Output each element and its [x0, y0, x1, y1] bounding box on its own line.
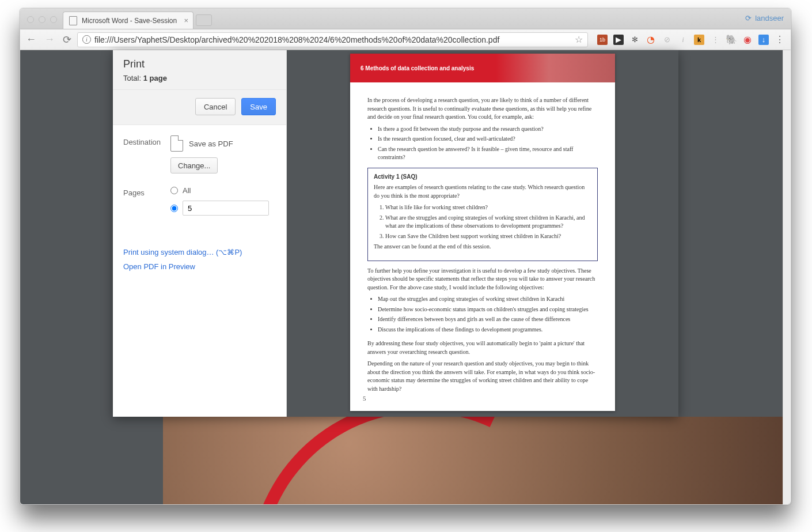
page-number: 5: [363, 395, 366, 402]
ext-icon-1[interactable]: 1b: [597, 35, 608, 45]
ext-icon-9[interactable]: 🐘: [726, 35, 737, 45]
minimize-window-icon[interactable]: [39, 16, 45, 23]
bookmark-star-icon[interactable]: ☆: [575, 34, 583, 45]
doc-body: In the process of developing a research …: [350, 82, 615, 402]
pdf-icon: [170, 135, 183, 152]
pages-label: Pages: [123, 186, 170, 197]
ext-icon-4[interactable]: ◔: [646, 35, 656, 45]
file-icon: [69, 16, 77, 25]
ext-icon-7[interactable]: k: [694, 35, 704, 45]
maximize-window-icon[interactable]: [50, 16, 57, 23]
url-text: file:///Users/YaphetS/Desktop/archived%2…: [94, 35, 499, 44]
doc-bullets-2: Map out the struggles and coping strateg…: [378, 295, 598, 334]
destination-value: Save as PDF: [189, 139, 233, 148]
pages-all-label: All: [183, 186, 191, 195]
pages-custom-input[interactable]: [183, 201, 269, 216]
close-tab-icon[interactable]: ×: [184, 16, 189, 25]
open-preview-link[interactable]: Open PDF in Preview: [123, 262, 276, 271]
ext-icon-8[interactable]: ⋮: [710, 35, 720, 45]
preview-page: 6 Methods of data collection and analysi…: [350, 54, 615, 411]
site-info-icon[interactable]: i: [82, 35, 91, 44]
chrome-menu-icon[interactable]: ⋮: [775, 35, 785, 45]
ext-icon-6[interactable]: i: [678, 35, 688, 45]
print-options-panel: Print Total: 1 page Cancel Save Destinat…: [113, 50, 287, 417]
vertical-scrollbar[interactable]: [783, 50, 791, 504]
ext-icon-3[interactable]: ✻: [629, 35, 640, 45]
tab-strip: Microsoft Word - Save-Session × ⟳ landse…: [20, 9, 791, 29]
window-controls[interactable]: [25, 16, 63, 29]
browser-tab[interactable]: Microsoft Word - Save-Session ×: [63, 12, 193, 29]
background-image: [163, 417, 783, 504]
page-viewport: Print Total: 1 page Cancel Save Destinat…: [20, 50, 791, 504]
sync-off-icon: ⟳: [745, 14, 752, 22]
ext-icon-5[interactable]: ⊘: [662, 35, 672, 45]
cancel-button[interactable]: Cancel: [195, 98, 236, 115]
extensions-area: 1b ▶ ✻ ◔ ⊘ i k ⋮ 🐘 ◉ ↓ ⋮: [594, 35, 785, 45]
tab-title: Microsoft Word - Save-Session: [82, 17, 177, 25]
print-title: Print: [123, 58, 276, 70]
doc-header: 6 Methods of data collection and analysi…: [350, 54, 615, 82]
forward-button[interactable]: →: [44, 33, 55, 46]
destination-label: Destination: [123, 135, 170, 146]
address-bar[interactable]: i file:///Users/YaphetS/Desktop/archived…: [77, 32, 588, 47]
system-dialog-link[interactable]: Print using system dialog… (⌥⌘P): [123, 248, 276, 256]
back-button[interactable]: ←: [26, 33, 36, 46]
close-window-icon[interactable]: [27, 16, 34, 23]
browser-window: Microsoft Word - Save-Session × ⟳ landse…: [20, 8, 791, 505]
browser-toolbar: ← → ⟳ i file:///Users/YaphetS/Desktop/ar…: [20, 29, 791, 50]
new-tab-button[interactable]: [196, 14, 212, 26]
ext-icon-11[interactable]: ↓: [758, 35, 769, 45]
print-preview-area[interactable]: 6 Methods of data collection and analysi…: [287, 50, 678, 417]
print-dialog: Print Total: 1 page Cancel Save Destinat…: [113, 50, 678, 417]
pages-all-radio[interactable]: [170, 187, 178, 194]
doc-bullets-1: Is there a good fit between the study pu…: [378, 125, 598, 162]
change-destination-button[interactable]: Change...: [170, 157, 218, 173]
pages-custom-radio[interactable]: [170, 205, 178, 212]
print-total: Total: 1 page: [123, 74, 276, 82]
reload-button[interactable]: ⟳: [63, 33, 71, 46]
save-button[interactable]: Save: [241, 98, 276, 115]
activity-box: Activity 1 (SAQ) Here are examples of re…: [367, 168, 598, 261]
ext-icon-2[interactable]: ▶: [613, 35, 624, 45]
ext-icon-10[interactable]: ◉: [742, 35, 753, 45]
profile-label[interactable]: ⟳ landseer: [745, 14, 784, 22]
